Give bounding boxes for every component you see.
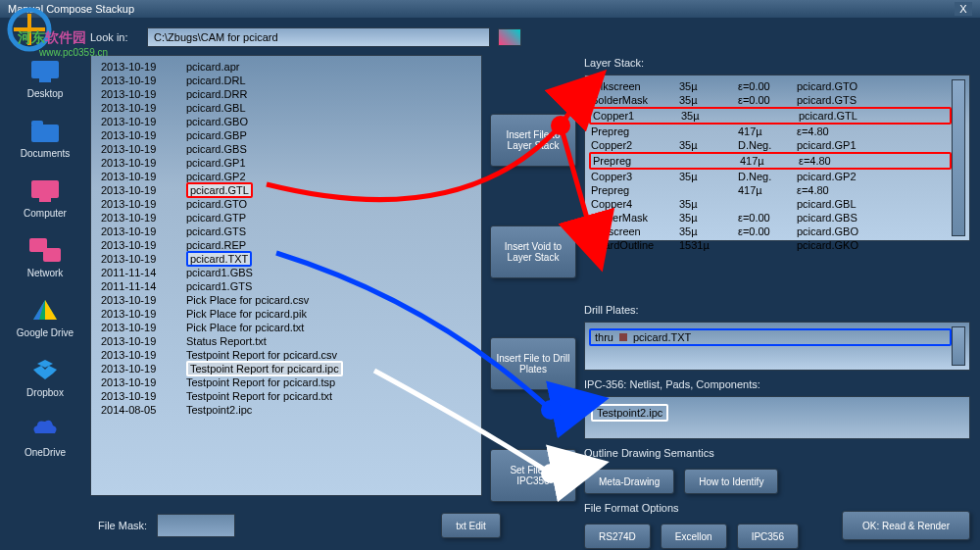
file-date: 2011-11-14 bbox=[101, 266, 174, 279]
file-row[interactable]: 2013-10-19pcicard.GTP bbox=[95, 211, 477, 225]
file-row[interactable]: 2013-10-19pcicard.GP1 bbox=[95, 156, 477, 170]
how-to-identify-button[interactable]: How to Identify bbox=[684, 469, 778, 494]
file-row[interactable]: 2013-10-19pcicard.GBP bbox=[95, 128, 477, 142]
file-name: pcicard1.GBS bbox=[186, 266, 253, 279]
file-row[interactable]: 2013-10-19pcicard.GTL bbox=[95, 183, 477, 197]
layer-row[interactable]: Copper335µD.Neg.pcicard.GP2 bbox=[589, 170, 952, 183]
watermark-url: www.pc0359.cn bbox=[39, 47, 108, 58]
layer-row[interactable]: SolderMask35µε=0.00pcicard.GBS bbox=[589, 211, 952, 225]
insert-file-drill-button[interactable]: Insert File to Drill Plates bbox=[490, 337, 576, 390]
svg-rect-0 bbox=[31, 61, 59, 78]
layer-row[interactable]: SolderMask35µε=0.00pcicard.GTS bbox=[589, 93, 952, 107]
file-date: 2013-10-19 bbox=[101, 375, 174, 389]
file-name: pcicard.GP2 bbox=[186, 170, 246, 183]
close-button[interactable]: X bbox=[955, 2, 972, 16]
file-date: 2013-10-19 bbox=[101, 128, 174, 142]
file-name: pcicard.REP bbox=[186, 238, 246, 252]
sidebar-item-network[interactable]: Network bbox=[27, 236, 64, 278]
sidebar-label: Google Drive bbox=[17, 327, 74, 338]
insert-void-layer-button[interactable]: Insert Void to Layer Stack bbox=[490, 225, 576, 278]
file-row[interactable]: 2013-10-19pcicard.GTO bbox=[95, 197, 477, 211]
file-row[interactable]: 2013-10-19Testpoint Report for pcicard.t… bbox=[95, 375, 477, 389]
file-row[interactable]: 2013-10-19Pick Place for pcicard.pik bbox=[95, 307, 477, 321]
file-row[interactable]: 2013-10-19pcicard.REP bbox=[95, 238, 477, 252]
file-date: 2013-10-19 bbox=[101, 115, 174, 128]
file-name: pcicard.apr bbox=[186, 60, 239, 74]
file-row[interactable]: 2013-10-19pcicard.GBL bbox=[95, 101, 477, 115]
layer-row[interactable]: Copper235µD.Neg.pcicard.GP1 bbox=[589, 138, 952, 152]
sidebar-icon bbox=[29, 416, 61, 443]
layer-scrollbar[interactable] bbox=[952, 79, 965, 236]
file-row[interactable]: 2014-08-05Testpoint2.ipc bbox=[95, 403, 477, 417]
sidebar-item-computer[interactable]: Computer bbox=[24, 176, 67, 219]
file-name: Testpoint2.ipc bbox=[186, 403, 252, 417]
layer-row[interactable]: Copper435µpcicard.GBL bbox=[589, 197, 952, 211]
file-row[interactable]: 2013-10-19pcicard.GBO bbox=[95, 115, 477, 128]
file-date: 2013-10-19 bbox=[101, 101, 174, 115]
sidebar-label: Desktop bbox=[27, 88, 64, 99]
file-date: 2013-10-19 bbox=[101, 293, 174, 307]
file-row[interactable]: 2013-10-19pcicard.GTS bbox=[95, 225, 477, 238]
drill-scrollbar[interactable] bbox=[952, 326, 965, 366]
outline-label: Outline Drawing Semantics bbox=[584, 447, 970, 459]
file-name: pcicard.GP1 bbox=[186, 156, 246, 170]
ipc-value[interactable]: Testpoint2.ipc bbox=[591, 404, 668, 422]
sidebar-label: Documents bbox=[21, 148, 71, 159]
layer-stack-panel: Silkscreen35µε=0.00pcicard.GTOSolderMask… bbox=[584, 75, 970, 241]
file-row[interactable]: 2013-10-19pcicard.DRR bbox=[95, 87, 477, 101]
file-name: pcicard.GBS bbox=[186, 142, 247, 156]
sidebar-icon bbox=[29, 356, 61, 383]
file-date: 2013-10-19 bbox=[101, 60, 174, 74]
set-file-ipc-button[interactable]: Set File as IPC356 bbox=[490, 449, 576, 502]
layer-row[interactable]: Prepreg417µε=4.80 bbox=[589, 125, 952, 138]
file-name: pcicard.GBL bbox=[186, 101, 246, 115]
file-row[interactable]: 2013-10-19Pick Place for pcicard.txt bbox=[95, 321, 477, 334]
ok-read-render-button[interactable]: OK: Read & Render bbox=[842, 511, 970, 540]
file-row[interactable]: 2013-10-19pcicard.GP2 bbox=[95, 170, 477, 183]
file-row[interactable]: 2013-10-19Testpoint Report for pcicard.t… bbox=[95, 389, 477, 403]
ipc-label: IPC-356: Netlist, Pads, Components: bbox=[584, 378, 970, 390]
file-date: 2014-08-05 bbox=[101, 403, 174, 417]
file-list-panel: 2013-10-19pcicard.apr2013-10-19pcicard.D… bbox=[90, 55, 482, 496]
sidebar-icon bbox=[29, 117, 61, 144]
file-row[interactable]: 2011-11-14pcicard1.GTS bbox=[95, 279, 477, 293]
drill-thru: thru bbox=[595, 331, 613, 343]
sidebar-item-google-drive[interactable]: Google Drive bbox=[17, 296, 74, 338]
layer-row[interactable]: BoardOutline1531µpcicard.GKO bbox=[589, 238, 952, 252]
insert-file-layer-button[interactable]: Insert File to Layer Stack bbox=[490, 114, 576, 167]
file-mask-input[interactable] bbox=[157, 514, 235, 537]
file-date: 2013-10-19 bbox=[101, 142, 174, 156]
file-date: 2011-11-14 bbox=[101, 279, 174, 293]
sidebar-label: Network bbox=[27, 268, 64, 278]
file-row[interactable]: 2013-10-19pcicard.TXT bbox=[95, 252, 477, 266]
layer-row[interactable]: Prepreg417µε=4.80 bbox=[589, 152, 952, 170]
file-date: 2013-10-19 bbox=[101, 334, 174, 348]
meta-drawing-button[interactable]: Meta-Drawing bbox=[584, 469, 674, 494]
txt-edit-button[interactable]: txt Edit bbox=[441, 513, 501, 538]
layer-row[interactable]: Silkscreen35µε=0.00pcicard.GBO bbox=[589, 225, 952, 238]
file-row[interactable]: 2013-10-19pcicard.GBS bbox=[95, 142, 477, 156]
layer-row[interactable]: Copper135µpcicard.GTL bbox=[589, 107, 952, 125]
drill-plates-panel: thru pcicard.TXT bbox=[584, 322, 970, 371]
sidebar-item-documents[interactable]: Documents bbox=[21, 117, 71, 159]
file-row[interactable]: 2013-10-19Testpoint Report for pcicard.i… bbox=[95, 362, 477, 375]
lookin-input[interactable] bbox=[147, 27, 490, 47]
drill-row[interactable]: thru pcicard.TXT bbox=[589, 328, 952, 346]
file-row[interactable]: 2013-10-19pcicard.apr bbox=[95, 60, 477, 74]
file-date: 2013-10-19 bbox=[101, 389, 174, 403]
file-name: pcicard.GTP bbox=[186, 211, 246, 225]
file-row[interactable]: 2013-10-19Testpoint Report for pcicard.c… bbox=[95, 348, 477, 362]
sidebar-item-dropbox[interactable]: Dropbox bbox=[26, 356, 64, 398]
file-row[interactable]: 2013-10-19Status Report.txt bbox=[95, 334, 477, 348]
color-picker-button[interactable] bbox=[498, 28, 521, 46]
file-row[interactable]: 2013-10-19Pick Place for pcicard.csv bbox=[95, 293, 477, 307]
file-date: 2013-10-19 bbox=[101, 225, 174, 238]
sidebar-item-onedrive[interactable]: OneDrive bbox=[24, 416, 66, 458]
file-row[interactable]: 2011-11-14pcicard1.GBS bbox=[95, 266, 477, 279]
sidebar-item-desktop[interactable]: Desktop bbox=[27, 57, 64, 99]
file-name: pcicard.GBP bbox=[186, 128, 247, 142]
lookin-label: Look in: bbox=[90, 31, 139, 43]
layer-row[interactable]: Silkscreen35µε=0.00pcicard.GTO bbox=[589, 79, 952, 93]
layer-row[interactable]: Prepreg417µε=4.80 bbox=[589, 183, 952, 197]
file-row[interactable]: 2013-10-19pcicard.DRL bbox=[95, 74, 477, 87]
